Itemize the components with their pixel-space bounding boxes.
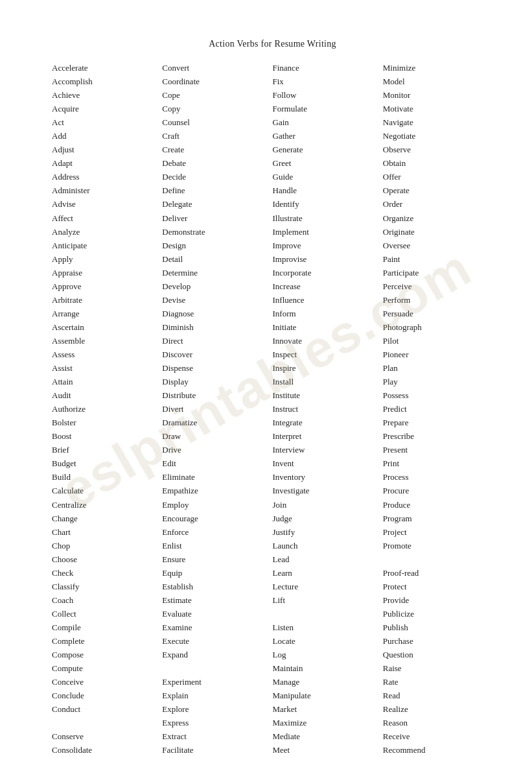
word-item: Expand xyxy=(162,648,272,661)
word-item: Debate xyxy=(162,156,272,170)
word-item: Examine xyxy=(162,621,272,634)
word-item: Build xyxy=(52,470,162,484)
word-item: Diminish xyxy=(162,320,272,334)
word-item: Purchase xyxy=(383,634,493,648)
word-item: Audit xyxy=(52,388,162,402)
word-item: Pilot xyxy=(383,334,493,348)
word-columns: AccelerateAccomplishAchieveAcquireActAdd… xyxy=(52,61,493,758)
word-item: Innovate xyxy=(273,334,383,348)
word-item: Ascertain xyxy=(52,320,162,334)
word-item: Distribute xyxy=(162,388,272,402)
word-item: Produce xyxy=(383,498,493,512)
word-item: Accelerate xyxy=(52,61,162,75)
spacer xyxy=(52,716,162,729)
word-item: Locate xyxy=(273,634,383,648)
word-item: Facilitate xyxy=(162,743,272,757)
word-item: Guide xyxy=(273,170,383,184)
word-item: Extract xyxy=(162,729,272,743)
column-4: MinimizeModelMonitorMotivateNavigateNego… xyxy=(383,61,493,758)
word-item: Express xyxy=(162,716,272,729)
word-item: Inspire xyxy=(273,361,383,375)
word-item: Initiate xyxy=(273,320,383,334)
word-item: Launch xyxy=(273,539,383,552)
word-item: Act xyxy=(52,115,162,129)
word-item: Conceive xyxy=(52,675,162,689)
word-item: Institute xyxy=(273,388,383,402)
word-item: Improvise xyxy=(273,252,383,266)
word-item: Influence xyxy=(273,293,383,307)
word-item: Finance xyxy=(273,61,383,75)
word-item: Establish xyxy=(162,580,272,593)
word-item: Participate xyxy=(383,266,493,279)
word-item: Ensure xyxy=(162,552,272,566)
word-item: Maximize xyxy=(273,716,383,729)
word-item: Centralize xyxy=(52,498,162,512)
word-item: Interpret xyxy=(273,429,383,443)
word-item: Add xyxy=(52,129,162,143)
word-item: Present xyxy=(383,443,493,456)
word-item: Rate xyxy=(383,675,493,689)
word-item: Implement xyxy=(273,225,383,239)
word-item: Brief xyxy=(52,443,162,456)
word-item: Promote xyxy=(383,539,493,552)
word-item: Invent xyxy=(273,456,383,470)
word-item: Formulate xyxy=(273,102,383,115)
word-item: Follow xyxy=(273,88,383,102)
word-item: Compute xyxy=(52,661,162,675)
word-item: Counsel xyxy=(162,115,272,129)
word-item: Chart xyxy=(52,525,162,539)
word-item: Eliminate xyxy=(162,470,272,484)
word-item: Compose xyxy=(52,648,162,661)
word-item: Boost xyxy=(52,429,162,443)
word-item: Adjust xyxy=(52,143,162,156)
word-item: Program xyxy=(383,512,493,525)
word-item: Process xyxy=(383,470,493,484)
word-item: Choose xyxy=(52,552,162,566)
word-item: Enlist xyxy=(162,539,272,552)
column-3: FinanceFixFollowFormulateGainGatherGener… xyxy=(273,61,383,758)
word-item: Administer xyxy=(52,184,162,197)
word-item: Receive xyxy=(383,729,493,743)
word-item: Demonstrate xyxy=(162,225,272,239)
word-item: Read xyxy=(383,689,493,702)
word-item: Explain xyxy=(162,689,272,702)
word-item: Define xyxy=(162,184,272,197)
word-item: Prescribe xyxy=(383,429,493,443)
word-item: Acquire xyxy=(52,102,162,115)
word-item: Affect xyxy=(52,211,162,225)
word-item: Question xyxy=(383,648,493,661)
word-item: Approve xyxy=(52,279,162,293)
word-item: Manage xyxy=(273,675,383,689)
word-item: Motivate xyxy=(383,102,493,115)
word-item: Identify xyxy=(273,197,383,211)
word-item: Deliver xyxy=(162,211,272,225)
word-item: Pioneer xyxy=(383,348,493,361)
word-item: Direct xyxy=(162,334,272,348)
word-item: Greet xyxy=(273,156,383,170)
word-item: Develop xyxy=(162,279,272,293)
word-item: Meet xyxy=(273,743,383,757)
spacer xyxy=(273,607,383,621)
word-item: Interview xyxy=(273,443,383,456)
word-item: Assess xyxy=(52,348,162,361)
word-item: Investigate xyxy=(273,484,383,497)
word-item: Persuade xyxy=(383,307,493,320)
word-item: Employ xyxy=(162,498,272,512)
word-item: Join xyxy=(273,498,383,512)
word-item: Generate xyxy=(273,143,383,156)
word-item: Lead xyxy=(273,552,383,566)
word-item: Encourage xyxy=(162,512,272,525)
word-item: Gain xyxy=(273,115,383,129)
word-item: Craft xyxy=(162,129,272,143)
word-item: Divert xyxy=(162,402,272,416)
word-item: Advise xyxy=(52,197,162,211)
word-item: Possess xyxy=(383,388,493,402)
word-item: Increase xyxy=(273,279,383,293)
word-item: Organize xyxy=(383,211,493,225)
word-item: Discover xyxy=(162,348,272,361)
word-item: Anticipate xyxy=(52,239,162,252)
word-item: Project xyxy=(383,525,493,539)
word-item: Procure xyxy=(383,484,493,497)
word-item: Predict xyxy=(383,402,493,416)
word-item: Play xyxy=(383,375,493,388)
